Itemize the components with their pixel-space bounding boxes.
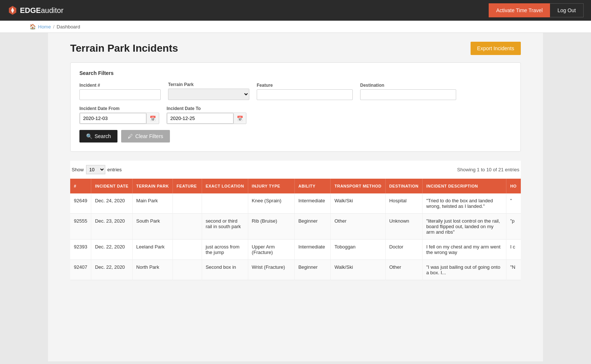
table-cell: Beginner [294,214,331,240]
th-injury-type[interactable]: INJURY TYPE [248,179,294,193]
table-cell: Knee (Sprain) [248,193,294,214]
filter-actions: 🔍 Search 🖊 Clear Filters [79,130,512,142]
table-cell: Dec. 22, 2020 [91,260,133,280]
date-to-input[interactable] [167,113,233,124]
filter-row-2: Incident Date From 📅 Incident Date To 📅 [79,106,512,124]
th-num: # [70,179,91,193]
table-cell: I fell on my chest and my arm went the w… [422,240,506,260]
table-cell: just across from the jump [202,240,248,260]
th-ability[interactable]: ABILITY [294,179,331,193]
table-cell: "literally just lost control on the rail… [422,214,506,240]
table-row[interactable]: 92393Dec. 22, 2020Leeland Parkjust acros… [70,240,521,260]
table-header: # INCIDENT DATE TERRAIN PARK FEATURE EXA… [70,179,521,193]
breadcrumb-home[interactable]: Home [38,24,51,30]
table-cell: "p [506,214,521,240]
terrain-label: Terrain Park [168,82,249,87]
brand-text: EDGEauditor [20,6,64,15]
table-cell: 92393 [70,240,91,260]
search-button[interactable]: 🔍 Search [79,130,117,142]
activate-time-travel-button[interactable]: Activate Time Travel [489,3,550,17]
feature-input[interactable] [257,89,353,100]
th-exact-location[interactable]: EXACT LOCATION [202,179,248,193]
date-from-calendar-icon[interactable]: 📅 [146,113,159,124]
table-cell [202,193,248,214]
table-row[interactable]: 92649Dec. 24, 2020Main ParkKnee (Sprain)… [70,193,521,214]
filter-row-1: Incident # Terrain Park Main Park South … [79,82,512,100]
table-cell: "Tried to do the box and landed wrong, t… [422,193,506,214]
incident-input[interactable] [79,89,161,100]
navbar: EDGEauditor Activate Time Travel Log Out [0,0,591,21]
table-cell: 92555 [70,214,91,240]
th-feature[interactable]: FEATURE [173,179,202,193]
feature-label: Feature [257,83,353,88]
th-incident-description[interactable]: INCIDENT DESCRIPTION [422,179,506,193]
export-incidents-button[interactable]: Export Incidents [471,42,521,55]
clear-filters-button[interactable]: 🖊 Clear Filters [121,130,170,142]
date-to-calendar-icon[interactable]: 📅 [233,113,246,124]
table-cell: Doctor [385,240,422,260]
table-cell: Beginner [294,260,331,280]
entries-label: entries [107,167,122,172]
table-cell [173,214,202,240]
table-cell: Dec. 22, 2020 [91,240,133,260]
showing-info: Showing 1 to 10 of 21 entries [457,167,519,172]
breadcrumb: 🏠 Home / Dashboard [30,24,561,30]
header-row: # INCIDENT DATE TERRAIN PARK FEATURE EXA… [70,179,521,193]
table-cell: Rib (Bruise) [248,214,294,240]
incident-label: Incident # [79,83,161,88]
incident-filter-group: Incident # [79,83,161,100]
table-cell: Hospital [385,193,422,214]
table-row[interactable]: 92555Dec. 23, 2020South Parksecond or th… [70,214,521,240]
breadcrumb-bar: 🏠 Home / Dashboard [0,21,591,33]
table-cell: Unknown [385,214,422,240]
table-cell: Intermediate [294,240,331,260]
th-transport-method[interactable]: TRANSPORT METHOD [331,179,385,193]
th-incident-date[interactable]: INCIDENT DATE [91,179,133,193]
date-to-label: Incident Date To [167,106,246,111]
table-cell: " [506,193,521,214]
th-ho: HO [506,179,521,193]
table-cell: "I was just bailing out of going onto a … [422,260,506,280]
th-terrain-park[interactable]: TERRAIN PARK [132,179,172,193]
table-cell: Other [331,214,385,240]
table-controls: Show 10 25 50 100 entries Showing 1 to 1… [70,161,521,179]
main-content: Terrain Park Incidents Export Incidents … [48,33,543,361]
brand-edge: EDGE [20,6,41,14]
table-cell: South Park [132,214,172,240]
entries-per-page-select[interactable]: 10 25 50 100 [86,165,105,174]
date-from-label: Incident Date From [79,106,159,111]
table-cell [173,260,202,280]
eraser-icon: 🖊 [128,133,133,139]
logo-icon [7,5,18,16]
breadcrumb-current: Dashboard [57,24,80,30]
table-cell: Walk/Ski [331,260,385,280]
date-to-group: 📅 [167,113,246,124]
table-cell: "N [506,260,521,280]
table-cell: second or third rail in south park [202,214,248,240]
table-cell [173,193,202,214]
table-cell: Toboggan [331,240,385,260]
destination-input[interactable] [360,89,456,100]
terrain-filter-group: Terrain Park Main Park South Park North … [168,82,249,100]
table-cell: Leeland Park [132,240,172,260]
table-cell: Main Park [132,193,172,214]
brand-logo: EDGEauditor [7,5,64,16]
page-header: Terrain Park Incidents Export Incidents [70,42,521,55]
destination-filter-group: Destination [360,83,456,100]
th-destination[interactable]: DESTINATION [385,179,422,193]
table-cell: Upper Arm (Fracture) [248,240,294,260]
date-from-filter-group: Incident Date From 📅 [79,106,159,124]
table-body: 92649Dec. 24, 2020Main ParkKnee (Sprain)… [70,193,521,280]
brand-rest: auditor [41,6,64,14]
table-cell: Walk/Ski [331,193,385,214]
logout-button[interactable]: Log Out [550,3,584,17]
terrain-select[interactable]: Main Park South Park North Park Leeland … [168,89,249,100]
filter-panel-title: Search Filters [79,70,512,76]
feature-filter-group: Feature [257,83,353,100]
filter-panel: Search Filters Incident # Terrain Park M… [70,62,521,152]
date-from-input[interactable] [80,113,146,124]
table-cell: Other [385,260,422,280]
date-to-filter-group: Incident Date To 📅 [167,106,246,124]
table-row[interactable]: 92407Dec. 22, 2020North ParkSecond box i… [70,260,521,280]
show-label: Show [72,167,84,172]
